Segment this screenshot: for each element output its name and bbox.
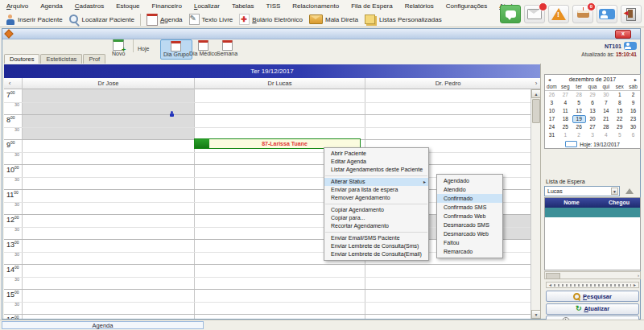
calendar-day-13[interactable]: 13 bbox=[586, 107, 600, 115]
hscroll-right-arrow[interactable]: › bbox=[638, 272, 639, 278]
toolbar-button-mala-direta[interactable]: Mala Direta bbox=[306, 14, 361, 25]
waiting-list-send-button[interactable] bbox=[624, 187, 635, 196]
today-label[interactable]: Hoje: 19/12/2017 bbox=[580, 142, 620, 147]
submenu-item-confirmado-web[interactable]: Confirmado Web bbox=[437, 212, 502, 221]
menu-item-tabelas[interactable]: Tabelas bbox=[229, 2, 263, 10]
column-header-dr-lucas[interactable]: Dr Lucas bbox=[194, 78, 365, 89]
context-menu-item-enviar-lembrete-de-consulta-sms[interactable]: Enviar Lembrete de Consulta(Sms) bbox=[324, 242, 428, 250]
calendar-day-17[interactable]: 17 bbox=[545, 115, 559, 123]
context-menu-item-remover-agendamento[interactable]: Remover Agendamento bbox=[324, 194, 428, 202]
panel-splitter[interactable]: ◄ ► bbox=[546, 282, 639, 288]
hoje-button[interactable]: Hoje bbox=[138, 46, 149, 52]
scroll-thumb[interactable] bbox=[532, 99, 540, 123]
waiting-list-column-nome[interactable]: Nome bbox=[545, 198, 598, 208]
prev-professionals-arrow[interactable]: ‹ bbox=[6, 78, 14, 89]
alerts-button[interactable] bbox=[548, 5, 569, 23]
calendar-day-12[interactable]: 12 bbox=[572, 107, 586, 115]
menu-item-relacionamento[interactable]: Relacionamento bbox=[289, 2, 348, 10]
semana-button[interactable]: Semana bbox=[217, 40, 237, 57]
next-professionals-arrow[interactable]: › bbox=[532, 78, 540, 89]
calendar-day-9[interactable]: 9 bbox=[626, 99, 640, 107]
splitter-left-arrow[interactable]: ◄ bbox=[547, 283, 554, 287]
tab-doutores[interactable]: Doutores bbox=[4, 54, 39, 64]
calendar-day-2[interactable]: 2 bbox=[572, 131, 586, 139]
context-menu-item-recortar-agendamento[interactable]: Recortar Agendamento bbox=[324, 222, 428, 230]
toolbar-button-agenda[interactable]: Agenda bbox=[143, 13, 186, 27]
atualizar-button[interactable]: ↻Atualizar bbox=[546, 303, 639, 315]
waiting-list-hscrollbar[interactable]: › bbox=[544, 271, 641, 279]
menu-item-arquivo[interactable]: Arquivo bbox=[3, 2, 37, 10]
context-menu-item-enviar-lembrete-de-consulta-email[interactable]: Enviar Lembrete de Consulta(Email) bbox=[324, 250, 428, 258]
calendar-day-31[interactable]: 31 bbox=[545, 131, 559, 139]
chat-button[interactable] bbox=[500, 5, 521, 23]
menu-item-financeiro[interactable]: Financeiro bbox=[149, 2, 191, 10]
submenu-item-confirmado[interactable]: Confirmado bbox=[437, 194, 502, 203]
calendar-day-24[interactable]: 24 bbox=[545, 123, 559, 131]
calendar-day-10[interactable]: 10 bbox=[545, 107, 559, 115]
waiting-list-select[interactable]: Lucas ▼ bbox=[544, 186, 620, 196]
context-menu-item-editar-agenda[interactable]: Editar Agenda bbox=[324, 158, 428, 166]
menu-item-estoque[interactable]: Estoque bbox=[113, 2, 148, 10]
calendar-day-4[interactable]: 4 bbox=[559, 99, 572, 107]
submenu-item-desmarcado-sms[interactable]: Desmarcado SMS bbox=[437, 221, 502, 229]
calendar-day-30[interactable]: 30 bbox=[599, 91, 613, 99]
calendar-day-14[interactable]: 14 bbox=[599, 107, 613, 115]
submenu-item-desmarcado-web[interactable]: Desmarcado Web bbox=[437, 229, 502, 238]
menu-item-tiss[interactable]: TISS bbox=[263, 2, 290, 10]
birthdays-button[interactable]: 0 bbox=[572, 5, 593, 23]
context-menu-item-copiar-agendamento[interactable]: Copiar Agendamento bbox=[324, 206, 428, 214]
toolbar-button-texto-livre[interactable]: Texto Livre bbox=[186, 13, 237, 26]
calendar-day-27[interactable]: 27 bbox=[586, 123, 600, 131]
calendar-day-5[interactable]: 5 bbox=[613, 131, 626, 139]
calendar-day-29[interactable]: 29 bbox=[586, 91, 600, 99]
waiting-list-selected-row[interactable] bbox=[545, 208, 640, 217]
toolbar-button-listas-personalizadas[interactable]: Listas Personalizadas bbox=[361, 14, 445, 25]
calendar-day-3[interactable]: 3 bbox=[586, 131, 600, 139]
novo-button[interactable]: Novo bbox=[112, 39, 125, 57]
calendar-day-30[interactable]: 30 bbox=[626, 123, 640, 131]
submenu-item-atendido[interactable]: Atendido bbox=[437, 185, 502, 194]
calendar-day-1[interactable]: 1 bbox=[613, 91, 626, 99]
column-header-dr-jose[interactable]: Dr Jose bbox=[22, 78, 194, 89]
context-menu-item-abrir-paciente[interactable]: Abrir Paciente bbox=[324, 150, 428, 158]
toolbar-button-inserir-paciente[interactable]: Inserir Paciente bbox=[2, 14, 66, 26]
dia-grupo-button[interactable]: Dia Grupo bbox=[160, 39, 192, 60]
waiting-list-column-chegou[interactable]: Chegou bbox=[598, 198, 640, 208]
hscroll-thumb[interactable] bbox=[546, 273, 560, 279]
submenu-item-remarcado[interactable]: Remarcado bbox=[437, 247, 502, 256]
menu-item-agenda[interactable]: Agenda bbox=[37, 2, 72, 10]
calendar-day-16[interactable]: 16 bbox=[626, 107, 640, 115]
calendar-day-4[interactable]: 4 bbox=[599, 131, 613, 139]
calendar-day-27[interactable]: 27 bbox=[559, 91, 572, 99]
calendar-day-11[interactable]: 11 bbox=[559, 107, 572, 115]
tab-prof[interactable]: Prof bbox=[83, 54, 105, 64]
submenu-item-faltou[interactable]: Faltou bbox=[437, 238, 502, 247]
close-button[interactable]: x bbox=[615, 30, 631, 39]
calendar-day-25[interactable]: 25 bbox=[559, 123, 572, 131]
context-menu-item-alterar-status[interactable]: Alterar Status▸ bbox=[324, 178, 428, 186]
calendar-next-icon[interactable]: ► bbox=[634, 77, 638, 82]
toolbar-button-localizar-paciente[interactable]: Localizar Paciente bbox=[66, 14, 138, 26]
calendar-day-19[interactable]: 19 bbox=[572, 115, 586, 123]
scroll-down-button[interactable]: ▼ bbox=[531, 310, 540, 319]
toolbar-button-bulario-eletronico[interactable]: Bulário Eletrônico bbox=[236, 13, 306, 26]
contacts-button[interactable] bbox=[597, 5, 617, 23]
menu-item-localizar[interactable]: Localizar bbox=[191, 2, 229, 10]
menu-item-relatorios[interactable]: Relatórios bbox=[402, 2, 443, 10]
scroll-up-button[interactable]: ▲ bbox=[531, 89, 540, 98]
calendar-day-6[interactable]: 6 bbox=[626, 131, 640, 139]
calendar-day-3[interactable]: 3 bbox=[545, 99, 559, 107]
calendar-day-8[interactable]: 8 bbox=[613, 99, 626, 107]
chevron-down-icon[interactable]: ▼ bbox=[611, 188, 618, 195]
calendar-prev-icon[interactable]: ◄ bbox=[547, 77, 551, 82]
calendar-day-26[interactable]: 26 bbox=[572, 123, 586, 131]
calendar-day-29[interactable]: 29 bbox=[613, 123, 626, 131]
context-menu-item-enviar-email-sms-paciente[interactable]: Enviar Email/SMS Paciente bbox=[324, 234, 428, 242]
taskbar-tab-agenda[interactable]: Agenda bbox=[2, 321, 204, 329]
calendar-day-23[interactable]: 23 bbox=[626, 115, 640, 123]
menu-item-cadastros[interactable]: Cadastros bbox=[72, 2, 113, 10]
grid-vertical-scrollbar[interactable]: ▲ ▼ bbox=[530, 89, 540, 319]
messages-button[interactable] bbox=[524, 5, 545, 23]
calendar-day-5[interactable]: 5 bbox=[572, 99, 586, 107]
context-menu-item-copiar-para[interactable]: Copiar para... bbox=[324, 214, 428, 222]
